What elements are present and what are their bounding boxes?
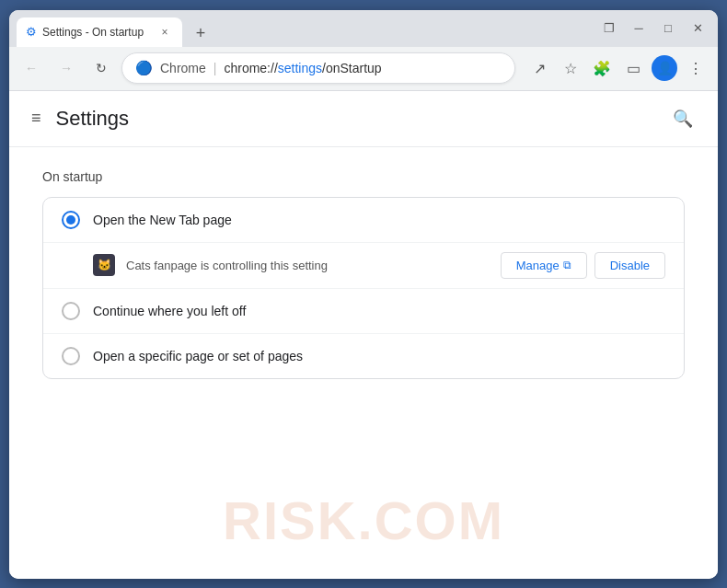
option-row-specific[interactable]: Open a specific page or set of pages — [43, 334, 684, 378]
search-icon: 🔍 — [673, 109, 693, 129]
manage-label: Manage — [516, 259, 560, 272]
toolbar-icons: ↗ ☆ 🧩 ▭ 👤 ⋮ — [525, 53, 710, 83]
address-bar: ← → ↻ 🔵 Chrome | chrome://settings/onSta… — [9, 47, 718, 91]
site-icon: 🔵 — [135, 60, 153, 76]
search-settings-button[interactable]: 🔍 — [666, 102, 699, 135]
tab-title: Settings - On startup — [42, 26, 151, 39]
window-controls: ❐ ─ □ ✕ — [596, 16, 710, 41]
options-card: Open the New Tab page 🐱 Cats fanpage is … — [42, 197, 685, 379]
address-input[interactable]: 🔵 Chrome | chrome://settings/onStartup — [121, 52, 515, 84]
extension-icon: 🐱 — [93, 254, 115, 276]
restore-button[interactable]: ❐ — [596, 16, 622, 41]
back-button[interactable]: ← — [17, 53, 46, 83]
option-row-new-tab[interactable]: Open the New Tab page — [43, 198, 684, 243]
radio-new-tab-inner — [66, 215, 75, 225]
page-content: PC RISK.COM ≡ Settings 🔍 On startup Open… — [9, 91, 718, 579]
url-separator: | — [213, 61, 217, 75]
extension-actions: Manage ⧉ Disable — [501, 252, 665, 279]
browser-window: ⚙ Settings - On startup × + ❐ ─ □ ✕ ← → … — [9, 10, 718, 579]
url-text: chrome://settings/onStartup — [224, 61, 502, 75]
radio-specific[interactable] — [62, 347, 80, 365]
active-tab[interactable]: ⚙ Settings - On startup × — [17, 17, 182, 47]
profile-button[interactable]: 👤 — [650, 53, 679, 83]
reload-button[interactable]: ↻ — [87, 53, 116, 83]
section-label: On startup — [42, 169, 685, 184]
settings-header: ≡ Settings 🔍 — [9, 91, 718, 147]
extension-subrow: 🐱 Cats fanpage is controlling this setti… — [43, 243, 684, 289]
option-label-continue: Continue where you left off — [93, 304, 246, 318]
settings-body: On startup Open the New Tab page 🐱 Cats … — [9, 147, 718, 401]
radio-new-tab[interactable] — [62, 211, 80, 229]
tab-close-button[interactable]: × — [156, 24, 173, 40]
extensions-icon[interactable]: 🧩 — [587, 53, 617, 83]
forward-button[interactable]: → — [52, 53, 81, 83]
title-bar: ⚙ Settings - On startup × + ❐ ─ □ ✕ — [9, 10, 718, 47]
radio-continue[interactable] — [62, 302, 80, 320]
disable-button[interactable]: Disable — [594, 252, 665, 279]
menu-button[interactable]: ⋮ — [681, 53, 710, 83]
maximize-button[interactable]: □ — [655, 16, 681, 41]
manage-external-icon: ⧉ — [563, 259, 571, 271]
option-row-continue[interactable]: Continue where you left off — [43, 289, 684, 334]
url-suffix: /onStartup — [322, 61, 382, 75]
page-title: Settings — [56, 107, 130, 131]
share-icon[interactable]: ↗ — [525, 53, 554, 83]
profile-avatar: 👤 — [652, 55, 677, 81]
bookmark-icon[interactable]: ☆ — [556, 53, 585, 83]
manage-button[interactable]: Manage ⧉ — [501, 252, 587, 279]
url-bold: settings — [278, 61, 322, 75]
url-prefix: chrome:// — [224, 61, 277, 75]
minimize-button[interactable]: ─ — [626, 16, 652, 41]
tab-settings-icon: ⚙ — [26, 25, 37, 39]
sidebar-icon[interactable]: ▭ — [618, 53, 648, 83]
tab-strip: ⚙ Settings - On startup × + — [17, 10, 593, 47]
new-tab-button[interactable]: + — [188, 21, 213, 47]
extension-label: Cats fanpage is controlling this setting — [126, 259, 490, 272]
watermark-risk: RISK.COM — [223, 490, 504, 551]
disable-label: Disable — [610, 259, 650, 272]
option-label-new-tab: Open the New Tab page — [93, 213, 232, 227]
hamburger-menu-button[interactable]: ≡ — [28, 105, 45, 132]
chrome-label: Chrome — [160, 61, 206, 75]
close-button[interactable]: ✕ — [685, 16, 710, 41]
option-label-specific: Open a specific page or set of pages — [93, 349, 303, 363]
